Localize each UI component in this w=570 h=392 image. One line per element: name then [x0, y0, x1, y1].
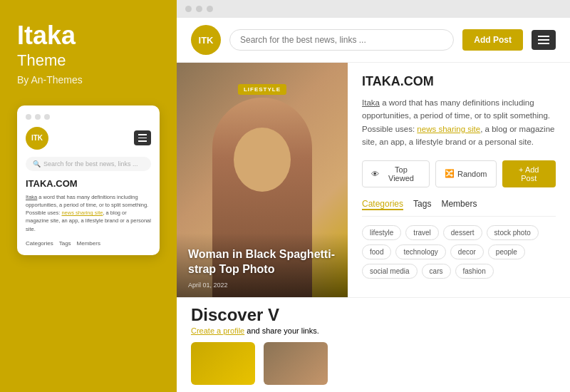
hero-title: Woman in Black Spaghetti-strap Top Photo	[188, 247, 336, 277]
mockup-description: Itaka a word that has many definitions i…	[26, 193, 151, 233]
mockup-hamburger-icon[interactable]	[134, 130, 151, 145]
search-icon: 🔍	[33, 160, 41, 167]
discover-card-2[interactable]	[264, 342, 328, 385]
discover-section: Discover V Create a profile and share yo…	[177, 297, 570, 392]
tab-members[interactable]: Members	[441, 199, 477, 210]
info-sidebar: ITAKA.COM Itaka a word that has many def…	[348, 63, 570, 297]
tag-dessert[interactable]: dessert	[443, 225, 482, 240]
discover-card-1[interactable]	[191, 342, 255, 385]
tab-tags[interactable]: Tags	[413, 199, 431, 210]
main-search-input[interactable]	[229, 29, 454, 51]
mockup-link[interactable]: news sharing site	[61, 210, 103, 216]
top-viewed-button[interactable]: 👁 Top Viewed	[362, 160, 430, 187]
browser-dot-1	[185, 6, 192, 12]
tab-row: Categories Tags Members	[362, 199, 556, 217]
hero-date: April 01, 2022	[188, 282, 336, 289]
brand-by: By An-Themes	[17, 74, 160, 86]
add-post-button[interactable]: Add Post	[462, 29, 523, 51]
random-button[interactable]: 🔀 Random	[435, 160, 497, 187]
mockup-logo: ITK	[26, 127, 48, 150]
right-panel: ITK Add Post LIFESTYLE Woman in Black Sp…	[177, 0, 570, 392]
hero-image: LIFESTYLE Woman in Black Spaghetti-strap…	[177, 63, 348, 297]
tag-technology[interactable]: technology	[395, 244, 445, 259]
browser-dot-3	[207, 6, 213, 12]
mockup-nav-tags[interactable]: Tags	[59, 240, 71, 247]
eye-icon: 👁	[371, 170, 379, 178]
brand-title: Itaka	[17, 21, 160, 50]
tag-fashion[interactable]: fashion	[455, 264, 494, 279]
brand-subtitle: Theme	[17, 51, 160, 70]
info-description: Itaka a word that has many definitions i…	[362, 96, 556, 149]
browser-dot-2	[196, 6, 202, 12]
tag-stock-photo[interactable]: stock photo	[487, 225, 539, 240]
small-mockup: ITK 🔍 Search for the best news, links ..…	[17, 105, 160, 255]
content-area: LIFESTYLE Woman in Black Spaghetti-strap…	[177, 63, 570, 297]
tag-decor[interactable]: decor	[450, 244, 484, 259]
browser-bar	[177, 0, 570, 18]
mockup-site-title: ITAKA.COM	[26, 178, 151, 189]
mockup-header: ITK	[26, 127, 151, 150]
main-nav: ITK Add Post	[177, 18, 570, 63]
create-profile-link[interactable]: Create a profile	[191, 326, 244, 335]
random-icon: 🔀	[445, 169, 455, 178]
nav-hamburger-icon[interactable]	[532, 30, 556, 50]
discover-subtitle: Create a profile and share your links.	[191, 326, 556, 335]
hero-section: LIFESTYLE Woman in Black Spaghetti-strap…	[177, 63, 348, 297]
mockup-search-placeholder: Search for the best news, links ...	[43, 160, 138, 167]
tag-people[interactable]: people	[488, 244, 525, 259]
tag-food[interactable]: food	[362, 244, 391, 259]
tab-categories[interactable]: Categories	[362, 199, 403, 210]
mockup-nav: Categories Tags Members	[26, 240, 151, 247]
tag-travel[interactable]: travel	[405, 225, 438, 240]
mockup-nav-members[interactable]: Members	[77, 240, 100, 247]
lifestyle-badge: LIFESTYLE	[238, 84, 286, 95]
info-link[interactable]: news sharing site	[417, 125, 480, 133]
tag-cars[interactable]: cars	[422, 264, 451, 279]
mockup-search[interactable]: 🔍 Search for the best news, links ...	[26, 157, 151, 171]
tag-social-media[interactable]: social media	[362, 264, 418, 279]
mockup-dots	[26, 114, 151, 120]
action-buttons: 👁 Top Viewed 🔀 Random + Add Post	[362, 160, 556, 187]
tags-grid: lifestyle travel dessert stock photo foo…	[362, 225, 556, 279]
tag-lifestyle[interactable]: lifestyle	[362, 225, 401, 240]
left-panel: Itaka Theme By An-Themes ITK 🔍 Search fo…	[0, 0, 177, 392]
sidebar-add-post-button[interactable]: + Add Post	[502, 160, 556, 187]
browser-content: ITK Add Post LIFESTYLE Woman in Black Sp…	[177, 18, 570, 392]
mockup-nav-categories[interactable]: Categories	[26, 240, 53, 247]
discover-title: Discover V	[191, 305, 556, 325]
info-site-title: ITAKA.COM	[362, 74, 556, 89]
discover-cards	[191, 342, 556, 385]
hero-overlay: Woman in Black Spaghetti-strap Top Photo…	[177, 233, 348, 297]
main-logo: ITK	[191, 25, 221, 55]
